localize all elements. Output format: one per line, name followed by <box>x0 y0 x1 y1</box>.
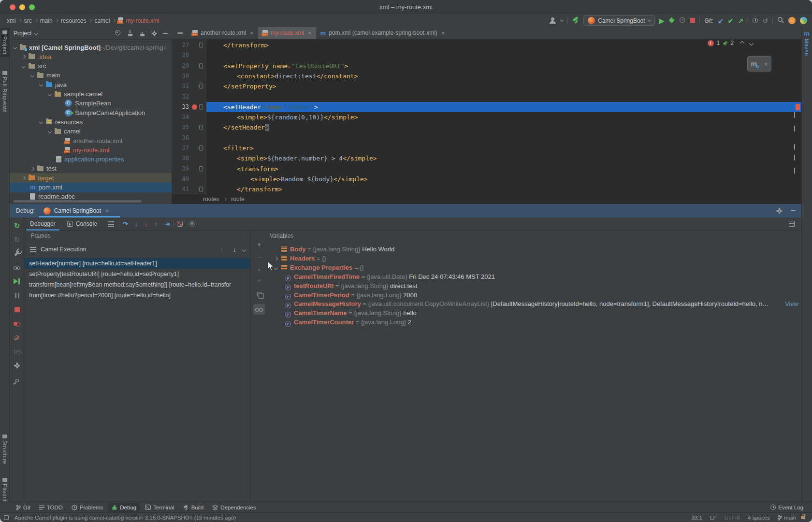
tree-item-java[interactable]: java <box>10 80 172 89</box>
remove-watch-icon[interactable]: − <box>250 254 268 261</box>
expand-all-icon[interactable] <box>127 30 133 36</box>
close-icon[interactable]: × <box>105 208 109 214</box>
profiler-icon[interactable] <box>679 16 685 25</box>
restore-layout-icon[interactable] <box>789 221 795 227</box>
view-breakpoints-icon[interactable] <box>177 221 183 227</box>
resume-disabled-icon[interactable]: ↻ <box>10 235 24 244</box>
frame-down-icon[interactable]: ↓ <box>230 246 240 253</box>
chevron-down-icon[interactable] <box>242 248 246 252</box>
chevron-down-icon[interactable] <box>274 266 278 270</box>
history-icon[interactable] <box>753 18 758 23</box>
inspections-widget[interactable]: ! 1 ✔ 2 <box>708 40 753 46</box>
gear-icon[interactable] <box>776 208 782 214</box>
stripe-maven[interactable]: mMaven <box>802 28 811 58</box>
pin-icon[interactable] <box>10 376 24 384</box>
step-out-icon[interactable]: ↑ <box>151 220 161 228</box>
camel-gutter-marker-icon[interactable] <box>199 125 203 130</box>
frame-up-icon[interactable]: ↑ <box>217 246 227 253</box>
chevron-right-icon[interactable] <box>30 167 34 171</box>
variable-row-exchange-properties[interactable]: Exchange Properties = {} <box>268 263 801 272</box>
frame-row[interactable]: from[timer://hello?period=2000] [route=h… <box>24 290 250 301</box>
bottom-tab-git[interactable]: Git <box>13 503 34 512</box>
close-icon[interactable]: × <box>250 30 254 36</box>
search-icon[interactable] <box>777 16 784 25</box>
frame-row[interactable]: setProperty[testRouteURI] [route=hello,i… <box>24 269 250 279</box>
thread-dump-icon[interactable] <box>10 348 24 356</box>
maven-reload-icon[interactable]: m <box>751 60 756 68</box>
run-button[interactable]: ▶ <box>659 17 665 24</box>
thread-selector[interactable]: Camel Execution ↑ ↓ <box>24 243 250 256</box>
stripe-pull-requests[interactable]: Pull Requests <box>0 69 9 115</box>
run-config-selector[interactable]: Camel SpringBoot <box>583 15 654 26</box>
chevron-down-icon[interactable] <box>22 64 26 68</box>
frame-row[interactable]: setHeader[number] [route=hello,id=setHea… <box>24 258 250 269</box>
variable-row-cameltimerfiredtime[interactable]: PCamelTimerFiredTime = {java.util.Date} … <box>268 272 801 281</box>
rollback-icon[interactable]: ↺ <box>762 17 768 24</box>
view-breakpoints-button[interactable] <box>10 319 24 328</box>
close-icon[interactable]: × <box>764 61 768 67</box>
chevron-down-icon[interactable] <box>34 31 38 35</box>
pause-button[interactable] <box>10 291 24 300</box>
chevron-right-icon[interactable] <box>274 257 278 261</box>
layout-menu-icon[interactable] <box>108 221 114 227</box>
git-branch-widget[interactable]: main <box>778 515 796 521</box>
chevron-right-icon[interactable] <box>22 55 26 58</box>
run-to-cursor-icon[interactable]: ⇥ <box>161 220 173 228</box>
bottom-tab-problems[interactable]: Problems <box>68 503 107 512</box>
chevron-down-icon[interactable] <box>560 18 564 21</box>
settings-wrench-icon[interactable] <box>10 249 24 258</box>
bottom-tab-todo[interactable]: TODO <box>36 503 66 512</box>
hide-panel-icon[interactable] <box>163 33 168 34</box>
view-link[interactable]: View <box>785 299 798 308</box>
settings-gear-icon[interactable] <box>152 30 157 36</box>
editor-tab-another-route.xml[interactable]: another-route.xml× <box>188 27 258 39</box>
line-separator[interactable]: LF <box>710 515 716 521</box>
step-into-icon[interactable]: ↓ <box>131 220 142 228</box>
resume-program-button[interactable] <box>10 277 24 286</box>
tree-item-target[interactable]: target <box>10 173 172 183</box>
collapse-all-icon[interactable] <box>139 30 145 36</box>
move-up-icon[interactable]: ▲ <box>250 267 268 272</box>
tree-item-pom-xml[interactable]: mpom.xml <box>10 183 172 192</box>
tree-item-samplebean[interactable]: CSampleBean <box>10 99 172 108</box>
indent-setting[interactable]: 4 spaces <box>748 515 770 521</box>
tree-item-src[interactable]: src <box>10 61 172 71</box>
chevron-right-icon[interactable] <box>22 176 26 180</box>
view-options-icon[interactable] <box>10 263 24 272</box>
variable-row-cameltimerperiod[interactable]: PCamelTimerPeriod = {java.lang.Long} 200… <box>268 290 801 300</box>
project-panel-title[interactable]: Project <box>14 30 31 37</box>
ide-settings-ball-icon[interactable] <box>800 17 807 24</box>
editor-tab-pom.xml[interactable]: mpom.xml (camel-example-spring-boot-xml)… <box>316 27 450 39</box>
chevron-down-icon[interactable] <box>48 129 52 133</box>
stripe-project[interactable]: Project <box>0 28 9 57</box>
tree-item-another-route-xml[interactable]: another-route.xml <box>10 136 172 145</box>
camel-gutter-marker-icon[interactable] <box>199 187 203 192</box>
camel-gutter-marker-icon[interactable] <box>199 145 203 151</box>
bottom-tab-dependencies[interactable]: Dependencies <box>209 503 260 512</box>
tab-console[interactable]: Console <box>61 218 103 231</box>
frame-row[interactable]: transform[bean[ref:myBean method:saySome… <box>24 279 250 290</box>
duplicate-icon[interactable] <box>250 290 268 297</box>
toolwindow-toggle-icon[interactable] <box>4 515 9 520</box>
breadcrumb-item[interactable]: main <box>40 17 53 24</box>
move-down-icon[interactable]: ▼ <box>250 279 268 283</box>
chevron-down-icon[interactable] <box>48 92 52 96</box>
variable-row-camelmessagehistory[interactable]: PCamelMessageHistory = {java.util.concur… <box>268 299 801 308</box>
breadcrumb-item[interactable]: resources <box>61 17 87 24</box>
hide-toolwindow-icon[interactable] <box>791 210 796 211</box>
editor-breadcrumb-item[interactable]: routes <box>203 196 219 203</box>
camel-gutter-marker-icon[interactable] <box>199 104 203 110</box>
close-icon[interactable]: × <box>308 30 312 36</box>
settings-gear-icon[interactable] <box>10 362 24 370</box>
build-hammer-icon[interactable] <box>572 17 579 24</box>
bottom-tab-terminal[interactable]: Terminal <box>142 503 177 512</box>
git-commit-button[interactable]: ✔ <box>728 17 734 24</box>
camel-gutter-marker-icon[interactable] <box>199 84 203 89</box>
caret-position[interactable]: 33:1 <box>692 515 702 521</box>
tree-item-samplecamelapplication[interactable]: CSampleCamelApplication <box>10 108 172 117</box>
rerun-button[interactable]: ↻ <box>10 221 24 230</box>
stripe-structure[interactable]: Structure <box>0 432 9 466</box>
locate-file-icon[interactable] <box>115 30 121 36</box>
breakpoint-icon[interactable] <box>192 104 197 110</box>
show-watches-icon[interactable] <box>253 304 265 315</box>
